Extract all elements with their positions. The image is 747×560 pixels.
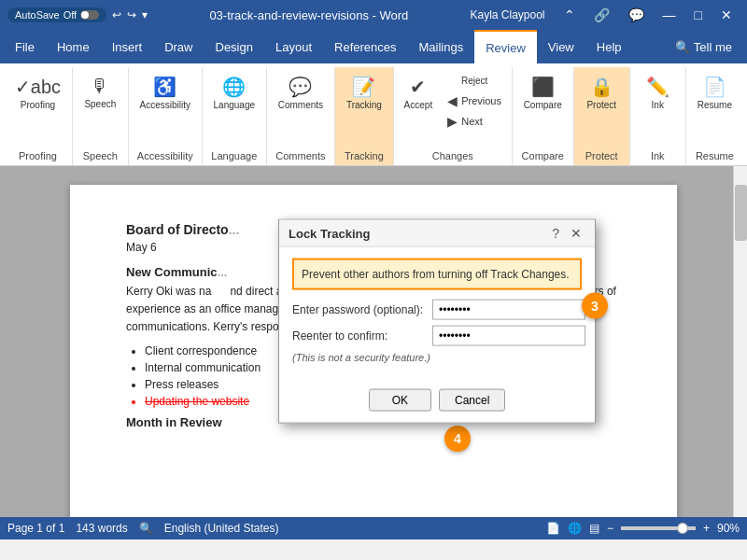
speech-label: Speech	[84, 99, 116, 109]
accessibility-button[interactable]: ♿ Accessibility	[134, 71, 197, 115]
language-icon: 🌐	[222, 76, 246, 98]
dialog-warning: Prevent other authors from turning off T…	[292, 259, 582, 290]
tracking-icon: 📝	[352, 76, 375, 98]
page-info: Page 1 of 1	[7, 522, 64, 535]
menu-references[interactable]: References	[323, 30, 407, 63]
changes-nav: Reject ◀ Previous ▶ Next	[441, 71, 508, 132]
view-mode-focus[interactable]: ▤	[589, 522, 599, 535]
autosave-label: AutoSave	[15, 9, 60, 21]
ribbon-collapse-button[interactable]: ⌃	[557, 6, 583, 24]
speech-button[interactable]: 🎙 Speech	[78, 71, 122, 114]
view-mode-print[interactable]: 📄	[546, 522, 560, 535]
previous-icon: ◀	[447, 93, 458, 108]
quick-access-dropdown[interactable]: ▾	[142, 8, 148, 21]
speech-group-label: Speech	[83, 150, 118, 165]
dialog-cancel-button[interactable]: Cancel	[439, 389, 505, 412]
language-indicator: 🔍	[139, 522, 153, 535]
previous-change-button[interactable]: ◀ Previous	[441, 91, 508, 111]
menu-file[interactable]: File	[4, 30, 46, 63]
accessibility-group-label: Accessibility	[137, 150, 193, 165]
language-buttons: 🌐 Language	[207, 67, 262, 150]
reject-label: Reject	[461, 76, 487, 86]
protect-group-label: Protect	[585, 150, 618, 165]
menu-mailings[interactable]: Mailings	[408, 30, 475, 63]
ribbon-group-proofing: ✓abc Proofing Proofing	[4, 67, 73, 165]
menu-view[interactable]: View	[537, 30, 585, 63]
resume-button[interactable]: 📄 Resume	[691, 71, 739, 115]
resume-buttons: 📄 Resume	[691, 67, 739, 150]
menu-layout[interactable]: Layout	[264, 30, 323, 63]
menu-home[interactable]: Home	[46, 30, 101, 63]
previous-label: Previous	[461, 95, 501, 106]
new-comment-button[interactable]: 💬 Comments	[272, 71, 330, 115]
zoom-out-button[interactable]: −	[607, 522, 613, 535]
accept-icon: ✔	[410, 76, 426, 98]
dialog-confirm-label: Reenter to confirm:	[292, 329, 432, 343]
comments-buttons: 💬 Comments	[272, 67, 330, 150]
dialog-warning-text: Prevent other authors from turning off T…	[302, 268, 570, 281]
dialog-confirm-field: Reenter to confirm:	[292, 326, 582, 346]
protect-button[interactable]: 🔒 Protect	[580, 71, 623, 115]
menu-tell-me[interactable]: 🔍 Tell me	[664, 30, 743, 63]
lock-tracking-dialog: Lock Tracking ? ✕ Prevent other authors …	[278, 219, 596, 424]
next-icon: ▶	[447, 114, 458, 129]
title-bar-right: Kayla Claypool ⌃ 🔗 💬 — □ ✕	[470, 6, 740, 24]
speech-buttons: 🎙 Speech	[78, 67, 122, 150]
undo-icon[interactable]: ↩	[112, 8, 121, 21]
menu-review[interactable]: Review	[474, 30, 537, 63]
tracking-button[interactable]: 📝 Tracking	[340, 71, 388, 115]
menu-insert[interactable]: Insert	[101, 30, 154, 63]
document-title: 03-track-and-review-revisions - Word	[209, 8, 408, 22]
dialog-close-button[interactable]: ✕	[567, 226, 585, 241]
menu-design[interactable]: Design	[204, 30, 264, 63]
dialog-footer: OK Cancel	[279, 384, 595, 423]
dialog-confirm-input[interactable]	[432, 326, 585, 346]
proofing-button[interactable]: ✓abc Proofing	[8, 71, 67, 115]
zoom-slider[interactable]	[621, 526, 696, 530]
proofing-label: Proofing	[21, 100, 55, 110]
next-change-button[interactable]: ▶ Next	[441, 111, 508, 132]
maximize-button[interactable]: □	[687, 6, 710, 24]
comments-button[interactable]: 💬	[621, 6, 652, 24]
zoom-in-button[interactable]: +	[703, 522, 710, 535]
comments-label: Comments	[278, 100, 323, 110]
dialog-help-button[interactable]: ?	[548, 226, 563, 241]
dialog-ok-button[interactable]: OK	[369, 389, 431, 412]
language-group-label: Language	[211, 150, 257, 165]
ink-button[interactable]: ✏️ Ink	[637, 71, 678, 115]
compare-label: Compare	[524, 100, 562, 110]
language-button[interactable]: 🌐 Language	[207, 71, 262, 115]
dialog-overlay: Lock Tracking ? ✕ Prevent other authors …	[0, 166, 747, 517]
ribbon-group-compare: ⬛ Compare Compare	[513, 67, 574, 165]
ribbon-group-ink: ✏️ Ink Ink	[630, 67, 686, 165]
ink-buttons: ✏️ Ink	[637, 67, 678, 150]
autosave-state: Off	[63, 9, 77, 21]
accept-button[interactable]: ✔ Accept	[398, 71, 440, 115]
resume-icon: 📄	[703, 76, 726, 98]
menu-help[interactable]: Help	[585, 30, 633, 63]
reject-button[interactable]: Reject	[441, 71, 508, 91]
language-label: Language	[214, 100, 256, 110]
close-button[interactable]: ✕	[713, 6, 740, 24]
word-count: 143 words	[76, 522, 127, 535]
ribbon-group-tracking: 📝 Tracking Tracking	[335, 67, 394, 165]
accessibility-label: Accessibility	[140, 100, 190, 110]
new-comment-icon: 💬	[289, 76, 312, 98]
minimize-button[interactable]: —	[655, 6, 684, 24]
protect-label: Protect	[586, 100, 616, 110]
dialog-titlebar: Lock Tracking ? ✕	[279, 220, 595, 247]
dialog-password-input[interactable]	[432, 300, 585, 320]
ribbon: ✓abc Proofing Proofing 🎙 Speech Speech ♿…	[0, 63, 747, 166]
share-button[interactable]: 🔗	[586, 6, 617, 24]
language-label: English (United States)	[164, 522, 279, 535]
compare-buttons: ⬛ Compare	[517, 67, 569, 150]
autosave-toggle[interactable]: AutoSave Off	[7, 7, 106, 22]
redo-icon[interactable]: ↪	[127, 8, 136, 21]
compare-button[interactable]: ⬛ Compare	[517, 71, 569, 115]
ribbon-group-resume: 📄 Resume Resume	[686, 67, 743, 165]
menu-draw[interactable]: Draw	[153, 30, 204, 63]
toggle-indicator	[80, 10, 99, 20]
view-mode-web[interactable]: 🌐	[568, 522, 582, 535]
ribbon-group-accessibility: ♿ Accessibility Accessibility	[129, 67, 203, 165]
speech-icon: 🎙	[91, 76, 109, 97]
